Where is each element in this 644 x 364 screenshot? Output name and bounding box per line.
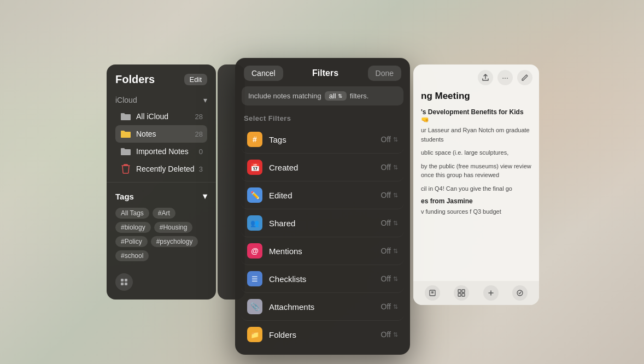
filter-status-created: Off ⇅ bbox=[381, 163, 398, 172]
more-button[interactable]: ··· bbox=[497, 70, 513, 85]
note-content: ng Meeting 's Development Benefits for K… bbox=[413, 91, 539, 228]
icloud-chevron-icon: ▾ bbox=[203, 96, 207, 104]
chevron-icon: ⇅ bbox=[393, 303, 398, 310]
filter-status-attachments: Off ⇅ bbox=[381, 302, 398, 311]
tags-label: Tags bbox=[115, 192, 134, 201]
include-bar: Include notes matching all ⇅ filters. bbox=[242, 86, 403, 105]
note-toolbar: ··· bbox=[413, 64, 539, 91]
include-value[interactable]: all ⇅ bbox=[325, 91, 347, 101]
folder-icon-notes bbox=[120, 129, 132, 139]
chevron-icon: ⇅ bbox=[393, 331, 398, 338]
tag-pill-housing[interactable]: #Housing bbox=[154, 222, 193, 233]
filter-item-edited[interactable]: ✏️ Edited Off ⇅ bbox=[242, 181, 403, 209]
folder-count: 28 bbox=[195, 113, 203, 121]
folder-icon bbox=[120, 111, 132, 121]
filter-item-mentions[interactable]: @ Mentions Off ⇅ bbox=[242, 237, 403, 265]
filter-name-attachments: Attachments bbox=[269, 302, 374, 312]
created-icon: 📅 bbox=[247, 160, 262, 175]
note-subheading-1: 's Development Benefits for Kids 🤜 bbox=[421, 108, 531, 124]
filter-item-attachments[interactable]: 📎 Attachments Off ⇅ bbox=[242, 293, 403, 321]
tag-pill-all[interactable]: All Tags bbox=[115, 208, 149, 219]
note-toolbar-btn-3[interactable] bbox=[483, 285, 499, 301]
icloud-section: iCloud ▾ All iCloud 28 Notes 28 bbox=[107, 92, 216, 178]
filter-name-tags: Tags bbox=[269, 135, 374, 144]
folder-count-deleted: 3 bbox=[199, 165, 203, 173]
shared-icon: 👥 bbox=[247, 215, 262, 231]
compose-button[interactable] bbox=[115, 273, 133, 291]
svg-rect-1 bbox=[125, 279, 127, 281]
folder-name-imported: Imported Notes bbox=[136, 147, 195, 156]
tag-pill-school[interactable]: #school bbox=[115, 250, 149, 261]
chevron-icon: ⇅ bbox=[393, 164, 398, 171]
include-suffix: filters. bbox=[350, 92, 369, 100]
folder-name-notes: Notes bbox=[136, 130, 191, 138]
filter-name-folders: Folders bbox=[269, 330, 374, 339]
filter-item-checklists[interactable]: ☰ Checklists Off ⇅ bbox=[242, 265, 403, 293]
note-text-2: ublic space (i.e. large sculptures, bbox=[421, 148, 531, 157]
folders-filter-icon: 📁 bbox=[247, 327, 262, 342]
folder-count-imported: 0 bbox=[199, 148, 203, 156]
filter-item-shared[interactable]: 👥 Shared Off ⇅ bbox=[242, 209, 403, 237]
folder-name: All iCloud bbox=[136, 112, 191, 121]
mentions-icon: @ bbox=[247, 243, 262, 259]
note-toolbar-btn-2[interactable] bbox=[454, 285, 469, 301]
svg-rect-8 bbox=[462, 290, 465, 292]
tag-pill-art[interactable]: #Art bbox=[153, 208, 175, 219]
compose-note-button[interactable] bbox=[517, 70, 532, 85]
chevron-icon: ⇅ bbox=[393, 220, 398, 227]
filter-list: # Tags Off ⇅ 📅 Created Off ⇅ ✏️ Edited bbox=[235, 126, 410, 355]
trash-icon bbox=[120, 164, 132, 174]
bottom-bar bbox=[115, 273, 133, 291]
filter-status-folders: Off ⇅ bbox=[381, 330, 398, 339]
tag-pill-psychology[interactable]: #psychology bbox=[151, 236, 198, 247]
attachments-icon: 📎 bbox=[247, 299, 262, 314]
folder-item-notes[interactable]: Notes 28 bbox=[115, 125, 207, 143]
folder-item-imported[interactable]: Imported Notes 0 bbox=[115, 143, 207, 160]
tags-section: Tags ▾ All Tags #Art #biology #Housing #… bbox=[107, 187, 216, 263]
note-toolbar-btn-4[interactable] bbox=[512, 285, 528, 301]
select-filters-label: Select Filters bbox=[235, 111, 410, 126]
edit-button[interactable]: Edit bbox=[184, 74, 207, 85]
filters-title: Filters bbox=[312, 68, 338, 78]
filter-status-mentions: Off ⇅ bbox=[381, 246, 398, 255]
folders-panel: Folders Edit iCloud ▾ All iCloud 28 Note… bbox=[107, 64, 216, 300]
folder-icon-imported bbox=[120, 146, 132, 156]
note-text-5: v funding sources f Q3 budget bbox=[421, 207, 531, 216]
folder-name-deleted: Recently Deleted bbox=[136, 165, 195, 173]
filter-name-edited: Edited bbox=[269, 191, 374, 200]
folder-item-all-icloud[interactable]: All iCloud 28 bbox=[115, 108, 207, 125]
done-button[interactable]: Done bbox=[368, 66, 401, 81]
divider bbox=[107, 182, 216, 183]
filters-header: Cancel Filters Done bbox=[235, 58, 410, 86]
filter-name-shared: Shared bbox=[269, 219, 374, 228]
tag-pill-policy[interactable]: #Policy bbox=[115, 236, 148, 247]
svg-rect-3 bbox=[125, 283, 127, 285]
filter-status-tags: Off ⇅ bbox=[381, 135, 398, 144]
svg-rect-2 bbox=[121, 283, 124, 285]
chevron-icon: ⇅ bbox=[393, 248, 398, 255]
folders-title: Folders bbox=[115, 73, 155, 86]
filter-item-created[interactable]: 📅 Created Off ⇅ bbox=[242, 154, 403, 181]
filter-name-created: Created bbox=[269, 163, 374, 172]
updown-icon: ⇅ bbox=[338, 93, 342, 99]
svg-rect-9 bbox=[458, 293, 461, 296]
note-text-1: ur Lasseur and Ryan Notch om graduate st… bbox=[421, 126, 531, 144]
note-bottom-bar bbox=[413, 281, 539, 305]
cancel-button[interactable]: Cancel bbox=[244, 66, 283, 81]
share-button[interactable] bbox=[478, 70, 493, 85]
svg-rect-7 bbox=[458, 290, 461, 292]
note-text-3: by the public (free museums) view review… bbox=[421, 162, 531, 180]
svg-rect-0 bbox=[121, 279, 124, 281]
folder-item-deleted[interactable]: Recently Deleted 3 bbox=[115, 160, 207, 178]
filter-item-folders[interactable]: 📁 Folders Off ⇅ bbox=[242, 321, 403, 348]
filter-item-tags[interactable]: # Tags Off ⇅ bbox=[242, 126, 403, 154]
note-detail-panel: ··· ng Meeting 's Development Benefits f… bbox=[413, 64, 539, 305]
icloud-label: iCloud bbox=[115, 96, 137, 104]
folder-count-notes: 28 bbox=[195, 130, 203, 138]
note-toolbar-btn-1[interactable] bbox=[425, 285, 440, 301]
tag-pills: All Tags #Art #biology #Housing #Policy … bbox=[115, 206, 207, 263]
chevron-icon: ⇅ bbox=[393, 136, 398, 143]
note-subheading-2: es from Jasmine bbox=[421, 197, 531, 205]
tag-pill-biology[interactable]: #biology bbox=[115, 222, 151, 233]
filter-status-checklists: Off ⇅ bbox=[381, 274, 398, 283]
